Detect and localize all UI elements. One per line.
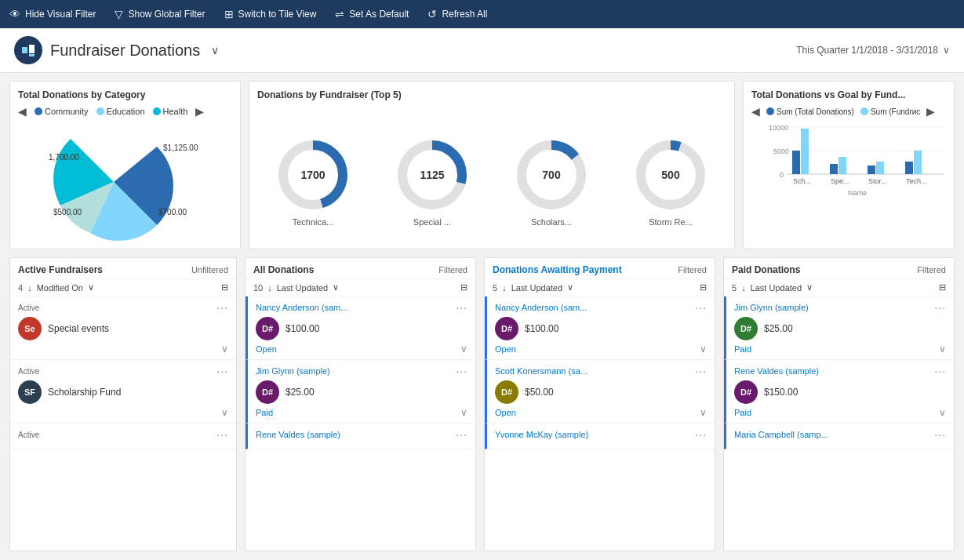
sort-field-ad[interactable]: Last Updated xyxy=(277,283,328,293)
donation-amount: $150.00 xyxy=(764,387,798,398)
header-right: This Quarter 1/1/2018 - 3/31/2018 ∨ xyxy=(796,45,950,56)
item-menu-dots[interactable]: ··· xyxy=(216,365,228,377)
donor-link[interactable]: Nancy Anderson (sam... xyxy=(256,303,347,312)
item-menu-dots[interactable]: ··· xyxy=(695,301,707,314)
item-menu-dots[interactable]: ··· xyxy=(456,365,467,377)
donations-awaiting-badge: Filtered xyxy=(678,265,707,275)
avatar: D# xyxy=(495,317,518,340)
svg-text:Name: Name xyxy=(848,189,867,197)
set-as-default-btn[interactable]: ⇌ Set As Default xyxy=(335,8,409,20)
item-menu-dots[interactable]: ··· xyxy=(216,301,228,314)
donation-status: Open xyxy=(495,408,516,417)
item-expand-icon[interactable]: ∨ xyxy=(460,407,467,418)
filter-options-ad[interactable]: ⊟ xyxy=(460,282,467,293)
filter-options-af[interactable]: ⊟ xyxy=(221,282,228,293)
item-name: Scholarship Fund xyxy=(48,387,121,398)
item-expand-icon[interactable]: ∨ xyxy=(221,407,228,418)
item-expand-icon[interactable]: ∨ xyxy=(700,344,707,355)
svg-text:0: 0 xyxy=(780,171,784,179)
main-content: Total Donations by Category ◀ Community … xyxy=(0,73,964,559)
item-menu-dots[interactable]: ··· xyxy=(456,428,467,441)
pie-prev-icon[interactable]: ◀ xyxy=(18,105,27,118)
donation-status: Paid xyxy=(256,408,273,417)
svg-rect-1 xyxy=(29,45,35,53)
sort-down-icon-dap[interactable]: ↓ xyxy=(502,283,507,293)
donor-link[interactable]: Rene Valdes (sample) xyxy=(256,430,340,439)
donations-awaiting-sort: 5 ↓ Last Updated ∨ ⊟ xyxy=(485,279,715,296)
refresh-all-btn[interactable]: ↺ Refresh All xyxy=(427,8,487,20)
item-expand-icon[interactable]: ∨ xyxy=(700,407,707,418)
switch-tile-view-btn[interactable]: ⊞ Switch to Tile View xyxy=(224,8,317,20)
item-menu-dots[interactable]: ··· xyxy=(695,365,707,377)
item-expand-icon[interactable]: ∨ xyxy=(939,407,946,418)
sort-down-icon-af[interactable]: ↓ xyxy=(27,283,32,293)
donation-item: Jim Glynn (sample) ··· D# $25.00 Paid ∨ xyxy=(724,296,954,360)
active-fundraisers-sort: 4 ↓ Modified On ∨ ⊟ xyxy=(10,279,236,296)
pie-chart-title: Total Donations by Category xyxy=(18,89,232,100)
item-menu-dots[interactable]: ··· xyxy=(695,428,707,441)
date-chevron-icon[interactable]: ∨ xyxy=(943,45,950,56)
show-global-filter-btn[interactable]: ▽ Show Global Filter xyxy=(115,8,205,20)
sort-field-pd[interactable]: Last Updated xyxy=(751,283,802,293)
donut-chart-title: Donations by Fundraiser (Top 5) xyxy=(257,89,726,100)
svg-rect-31 xyxy=(876,162,884,174)
bar-legend-2: Sum (Fundrис xyxy=(860,107,920,116)
bar-prev-icon[interactable]: ◀ xyxy=(751,105,760,118)
sort-count-af[interactable]: 4 xyxy=(18,283,23,293)
donation-item: Rene Valdes (sample) ··· xyxy=(246,424,475,449)
item-expand-icon[interactable]: ∨ xyxy=(460,344,467,355)
donation-amount: $25.00 xyxy=(764,323,793,334)
item-menu-dots[interactable]: ··· xyxy=(216,428,228,441)
donation-item: Nancy Anderson (sam... ··· D# $100.00 Op… xyxy=(485,296,715,360)
filter-options-dap[interactable]: ⊟ xyxy=(700,282,707,293)
sort-field-dap[interactable]: Last Updated xyxy=(511,283,562,293)
svg-rect-29 xyxy=(838,157,846,174)
svg-rect-26 xyxy=(792,151,800,174)
education-dot xyxy=(96,107,104,115)
sort-chevron-pd[interactable]: ∨ xyxy=(806,282,813,293)
sort-field-af[interactable]: Modified On xyxy=(37,283,83,293)
sort-chevron-dap[interactable]: ∨ xyxy=(567,282,573,293)
donor-link[interactable]: Jim Glynn (sample) xyxy=(256,366,330,376)
hide-visual-filter-btn[interactable]: 👁 Hide Visual Filter xyxy=(9,8,96,20)
sort-down-icon-pd[interactable]: ↓ xyxy=(741,283,746,293)
sort-count-ad[interactable]: 10 xyxy=(253,283,263,293)
donor-link[interactable]: Jim Glynn (sample) xyxy=(734,303,809,312)
item-menu-dots[interactable]: ··· xyxy=(934,301,946,314)
panels-row: Active Fundraisers Unfiltered 4 ↓ Modifi… xyxy=(9,257,955,551)
donut-label-3: Storm Re... xyxy=(649,217,693,227)
charts-row: Total Donations by Category ◀ Community … xyxy=(9,81,955,249)
title-chevron-icon[interactable]: ∨ xyxy=(211,44,219,56)
svg-text:Stor...: Stor... xyxy=(868,177,887,185)
sort-count-dap[interactable]: 5 xyxy=(493,283,497,293)
item-menu-dots[interactable]: ··· xyxy=(456,301,467,314)
donor-link[interactable]: Yvonne McKay (sample) xyxy=(495,430,588,439)
sort-down-icon-ad[interactable]: ↓ xyxy=(267,283,272,293)
all-donations-sort: 10 ↓ Last Updated ∨ ⊟ xyxy=(246,279,475,296)
svg-text:Tech...: Tech... xyxy=(906,177,927,185)
active-fundraisers-badge: Unfiltered xyxy=(191,265,228,275)
sort-chevron-ad[interactable]: ∨ xyxy=(333,282,339,293)
set-as-default-label: Set As Default xyxy=(349,9,409,20)
item-expand-icon[interactable]: ∨ xyxy=(939,344,946,355)
filter-icon: ▽ xyxy=(115,8,123,20)
svg-text:1125: 1125 xyxy=(420,169,444,181)
donor-link[interactable]: Scott Konersmann (sa... xyxy=(495,366,587,376)
all-donations-title: All Donations xyxy=(253,264,314,275)
donor-link[interactable]: Nancy Anderson (sam... xyxy=(495,303,587,312)
filter-options-pd[interactable]: ⊟ xyxy=(939,282,946,293)
donor-link[interactable]: Rene Valdes (sample) xyxy=(734,366,819,376)
item-menu-dots[interactable]: ··· xyxy=(934,365,946,377)
pie-chart-card: Total Donations by Category ◀ Community … xyxy=(9,81,241,249)
donor-link[interactable]: Maria Campbell (samp... xyxy=(734,430,828,439)
item-menu-dots[interactable]: ··· xyxy=(934,428,946,441)
sort-count-pd[interactable]: 5 xyxy=(732,283,737,293)
pie-next-icon[interactable]: ▶ xyxy=(195,105,204,118)
donation-item: Scott Konersmann (sa... ··· D# $50.00 Op… xyxy=(485,360,715,424)
bar-next-icon[interactable]: ▶ xyxy=(926,105,935,118)
legend-health: Health xyxy=(153,107,188,116)
item-expand-icon[interactable]: ∨ xyxy=(221,344,228,355)
sort-chevron-af[interactable]: ∨ xyxy=(88,282,94,293)
avatar: D# xyxy=(734,380,758,404)
donut-item-1: 1125 Special ... xyxy=(377,136,488,227)
